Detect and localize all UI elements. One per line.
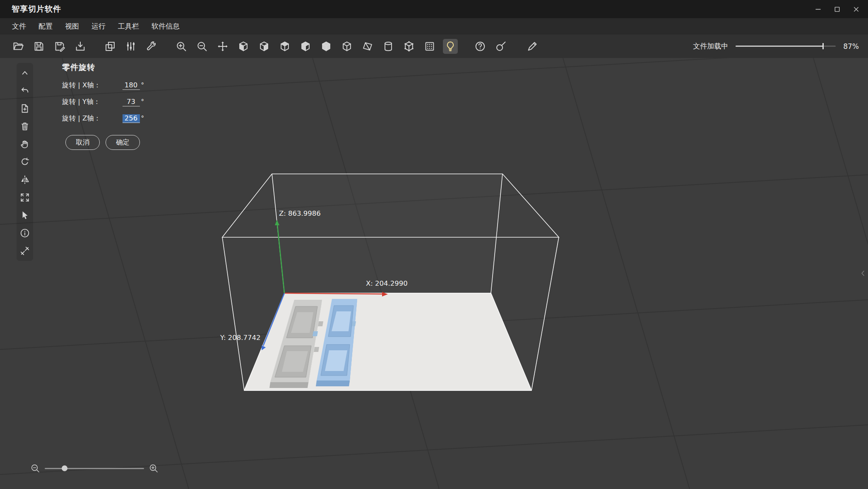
- delete-part-button[interactable]: [19, 120, 31, 132]
- import-model-button[interactable]: [73, 39, 88, 54]
- delete-part-icon: [19, 121, 30, 132]
- viewport-3d[interactable]: Z: 863.9986 X: 204.2990 Y: 208.7742 零件旋转…: [0, 58, 868, 489]
- rotate-row-value: 180°: [123, 81, 144, 90]
- view-cube-bottom-icon: [341, 41, 353, 52]
- zoom-out-button[interactable]: [195, 39, 209, 54]
- pen-icon: [527, 41, 538, 52]
- zoom-in-icon[interactable]: [147, 462, 160, 475]
- toolbar-group-file: [11, 39, 88, 54]
- rotate-row-label: 旋转 | X轴：: [62, 81, 101, 90]
- view-cylinder-button[interactable]: [381, 39, 396, 54]
- machine-tools-button[interactable]: [144, 39, 159, 54]
- rotate-panel-buttons: 取消 确定: [65, 135, 144, 150]
- file-loading-progressbar: [736, 46, 836, 47]
- view-cube-left-button[interactable]: [277, 39, 292, 54]
- window-title: 智享切片软件: [12, 4, 61, 14]
- axis-x-label: X: 204.2990: [366, 279, 408, 287]
- add-part-button[interactable]: [19, 102, 31, 115]
- zoom-out-icon: [196, 41, 208, 52]
- repair-tools-button[interactable]: [19, 245, 31, 257]
- menu-item-3[interactable]: 运行: [85, 18, 112, 34]
- axis-z-label: Z: 863.9986: [279, 210, 321, 217]
- axis-angle-input[interactable]: 73: [123, 98, 140, 106]
- rotate-view-button[interactable]: [19, 156, 31, 168]
- undo-icon: [19, 85, 30, 96]
- open-file-button[interactable]: [11, 39, 26, 54]
- toolbar-separator: [159, 46, 174, 46]
- probe-button[interactable]: [493, 39, 508, 54]
- menu-item-0[interactable]: 文件: [6, 18, 32, 34]
- view-cube-right-button[interactable]: [298, 39, 313, 54]
- chevron-left-icon: [859, 269, 867, 278]
- collapse-right-panel-button[interactable]: [859, 267, 867, 279]
- move-icon: [217, 41, 228, 52]
- collapse-up-button[interactable]: [19, 67, 31, 79]
- part-info-button[interactable]: [19, 227, 31, 239]
- view-cube-top-button[interactable]: [319, 39, 334, 54]
- minimize-button[interactable]: [808, 0, 827, 18]
- save-as-button[interactable]: [52, 39, 67, 54]
- view-plane-icon: [362, 41, 373, 52]
- zoom-slider[interactable]: [45, 468, 144, 469]
- zoom-out-icon: [30, 463, 40, 473]
- view-lattice-button[interactable]: [422, 39, 437, 54]
- degree-unit: °: [141, 115, 144, 122]
- menu-item-5[interactable]: 软件信息: [145, 18, 186, 34]
- minimize-icon-icon: [814, 5, 822, 13]
- open-file-icon: [12, 41, 24, 52]
- select-cursor-button[interactable]: [19, 209, 31, 222]
- part-info-icon: [19, 228, 30, 238]
- save-as-icon: [54, 41, 65, 52]
- view-frame-button[interactable]: [402, 39, 416, 54]
- select-cursor-icon: [19, 210, 30, 221]
- import-model-icon: [75, 41, 86, 52]
- view-cube-left-icon: [279, 41, 291, 52]
- close-button[interactable]: [846, 0, 866, 18]
- machine-tools-icon: [146, 41, 157, 52]
- probe-icon: [495, 41, 507, 52]
- axis-angle-input[interactable]: 256: [123, 114, 140, 123]
- help-button[interactable]: [473, 39, 488, 54]
- degree-unit: °: [141, 82, 144, 89]
- toolbar-group-view: [174, 39, 458, 54]
- undo-button[interactable]: [19, 84, 31, 97]
- collapse-up-icon: [19, 67, 30, 78]
- view-plane-button[interactable]: [360, 39, 375, 54]
- toolbar-group-edit: [103, 39, 159, 54]
- view-cube-bottom-button[interactable]: [339, 39, 354, 54]
- adjust-sliders-button[interactable]: [123, 39, 138, 54]
- zoom-in-button[interactable]: [174, 39, 189, 54]
- move-button[interactable]: [215, 39, 230, 54]
- menu-item-2[interactable]: 视图: [59, 18, 85, 34]
- view-cube-front-button[interactable]: [236, 39, 251, 54]
- help-icon: [474, 41, 486, 52]
- zoom-slider-handle[interactable]: [62, 465, 67, 471]
- add-part-icon: [19, 103, 30, 114]
- axis-y-label: Y: 208.7742: [220, 334, 260, 342]
- pan-hand-button[interactable]: [19, 138, 31, 150]
- light-icon: [445, 41, 456, 52]
- titlebar: 智享切片软件: [0, 0, 868, 18]
- save-button[interactable]: [31, 39, 46, 54]
- view-cube-back-button[interactable]: [257, 39, 272, 54]
- save-icon: [33, 41, 45, 52]
- view-cylinder-icon: [382, 41, 394, 52]
- maximize-button[interactable]: [827, 0, 846, 18]
- view-cube-top-icon: [320, 41, 332, 52]
- confirm-button[interactable]: 确定: [106, 135, 140, 150]
- menubar: 文件配置视图运行工具栏软件信息: [0, 18, 868, 34]
- menu-item-4[interactable]: 工具栏: [112, 18, 145, 34]
- zoom-out-icon[interactable]: [29, 462, 41, 475]
- file-loading-cluster: 文件加载中 87%: [693, 41, 859, 51]
- duplicate-button[interactable]: [103, 39, 118, 54]
- zoom-in-icon: [149, 463, 159, 473]
- light-button[interactable]: [443, 39, 458, 54]
- maximize-icon-icon: [833, 5, 841, 13]
- pen-button[interactable]: [525, 39, 540, 54]
- mirror-part-button[interactable]: [19, 173, 31, 186]
- cancel-button[interactable]: 取消: [65, 135, 100, 150]
- part-rotation-panel: 零件旋转 旋转 | X轴：180°旋转 | Y轴：73°旋转 | Z轴：256°…: [62, 62, 144, 150]
- fit-view-button[interactable]: [19, 191, 31, 204]
- menu-item-1[interactable]: 配置: [32, 18, 59, 34]
- axis-angle-input[interactable]: 180: [123, 81, 140, 90]
